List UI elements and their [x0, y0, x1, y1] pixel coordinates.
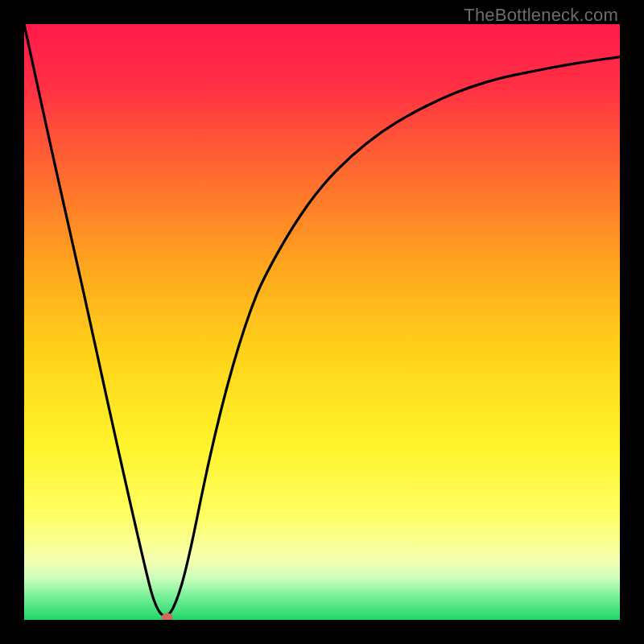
chart-frame: TheBottleneck.com: [0, 0, 644, 644]
plot-gradient-bg: [24, 24, 620, 620]
svg-rect-0: [24, 24, 620, 620]
watermark-text: TheBottleneck.com: [464, 5, 618, 26]
